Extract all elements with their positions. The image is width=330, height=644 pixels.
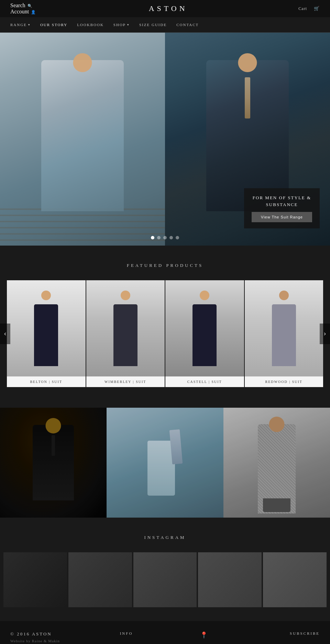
carousel-next-button[interactable]: › — [320, 324, 330, 344]
footer-location-col: 📍 — [165, 631, 242, 642]
nav-item-our-story[interactable]: OUR STORY — [40, 23, 67, 27]
cart-link[interactable]: Cart — [298, 6, 307, 11]
suit-body — [272, 304, 296, 366]
hero-cta-button[interactable]: View The Suit Range — [252, 212, 312, 222]
footer: © 2016 ASTON Website by Raine & Makin IN… — [0, 621, 330, 644]
suit-head — [41, 291, 51, 300]
lifestyle-image-3[interactable] — [223, 408, 330, 518]
search-icon: 🔍 — [28, 4, 32, 8]
featured-title: FEATURED PRODUCTS — [0, 263, 330, 268]
hero-suit-left — [0, 33, 165, 246]
nav-item-range[interactable]: RANGE ▾ — [10, 23, 31, 27]
hero-dot-4[interactable] — [169, 236, 173, 239]
instagram-title: INSTAGRAM — [0, 535, 330, 540]
product-image-belton — [7, 280, 86, 376]
hero-dot-5[interactable] — [176, 236, 179, 239]
lifestyle-grid — [0, 408, 330, 518]
hero-section: FOR MEN OF STYLE & SUBSTANCE View The Su… — [0, 33, 330, 246]
suit-silhouette — [191, 291, 218, 366]
suit-silhouette — [270, 291, 298, 366]
instagram-grid — [0, 552, 330, 607]
products-grid: BELTON | SUIT WIMBERLEY | — [7, 280, 323, 387]
cart-icon: 🛒 — [314, 6, 320, 11]
nav-item-lookbook[interactable]: LOOKBOOK — [77, 23, 104, 27]
nav-item-contact[interactable]: CONTACT — [176, 23, 199, 27]
instagram-post-3[interactable] — [133, 552, 197, 607]
product-image-wimberley — [86, 280, 165, 376]
suit-silhouette — [32, 291, 60, 366]
suit-figure — [7, 280, 86, 376]
featured-section: FEATURED PRODUCTS ‹ BELTON | SUIT — [0, 246, 330, 408]
instagram-section: INSTAGRAM — [0, 518, 330, 621]
nav-item-size-guide[interactable]: SIZE GUIDE — [139, 23, 167, 27]
main-nav: RANGE ▾ OUR STORY LOOKBOOK SHOP ▾ SIZE G… — [0, 17, 330, 33]
product-image-redwood — [245, 280, 323, 376]
footer-info-col: INFO — [88, 631, 165, 639]
footer-info-title: INFO — [88, 631, 165, 635]
footer-subscribe-title: SUBSCRIBE — [242, 631, 320, 635]
chevron-down-icon: ▾ — [28, 23, 31, 26]
lifestyle-image-1[interactable] — [0, 408, 107, 518]
nav-items: RANGE ▾ OUR STORY LOOKBOOK SHOP ▾ SIZE G… — [10, 23, 320, 27]
product-card-castell[interactable]: CASTELL | SUIT — [165, 280, 244, 387]
footer-sub: Website by Raine & Makin — [10, 639, 88, 643]
footer-brand: © 2016 ASTON — [10, 631, 88, 637]
suit-figure — [86, 280, 165, 376]
brand-logo[interactable]: ASTON — [38, 4, 298, 13]
hero-dot-1[interactable] — [151, 236, 154, 239]
instagram-post-2[interactable] — [68, 552, 132, 607]
products-carousel: ‹ BELTON | SUIT — [0, 280, 330, 387]
product-label-belton: BELTON | SUIT — [7, 376, 86, 387]
product-label-redwood: REDWOOD | SUIT — [245, 376, 323, 387]
carousel-prev-button[interactable]: ‹ — [0, 324, 10, 344]
search-link[interactable]: Search — [10, 2, 25, 8]
top-bar-left: Search 🔍 Account 👤 — [10, 2, 38, 15]
account-link[interactable]: Account — [10, 9, 29, 14]
suit-head — [200, 291, 209, 300]
chevron-down-icon: ▾ — [127, 23, 130, 26]
footer-subscribe-col: SUBSCRIBE — [242, 631, 320, 639]
account-icon: 👤 — [31, 10, 36, 14]
suit-head — [279, 291, 289, 300]
suit-silhouette — [112, 291, 139, 366]
footer-left: © 2016 ASTON Website by Raine & Makin — [10, 631, 88, 643]
instagram-post-1[interactable] — [3, 552, 67, 607]
nav-item-shop[interactable]: SHOP ▾ — [113, 23, 130, 27]
hero-overlay: FOR MEN OF STYLE & SUBSTANCE View The Su… — [244, 188, 320, 228]
suit-body — [113, 304, 138, 366]
hero-pagination — [151, 236, 179, 239]
product-label-castell: CASTELL | SUIT — [165, 376, 244, 387]
product-image-castell — [165, 280, 244, 376]
suit-body — [192, 304, 217, 366]
hero-dot-2[interactable] — [157, 236, 161, 239]
product-card-redwood[interactable]: REDWOOD | SUIT — [245, 280, 323, 387]
suit-figure — [245, 280, 323, 376]
instagram-post-4[interactable] — [198, 552, 262, 607]
cart-area: Cart 🛒 — [298, 6, 320, 11]
product-card-wimberley[interactable]: WIMBERLEY | SUIT — [86, 280, 165, 387]
product-card-belton[interactable]: BELTON | SUIT — [7, 280, 86, 387]
suit-head — [121, 291, 130, 300]
lifestyle-image-2[interactable] — [107, 408, 224, 518]
location-icon: 📍 — [165, 631, 242, 639]
top-bar: Search 🔍 Account 👤 ASTON Cart 🛒 — [0, 0, 330, 17]
hero-tagline: FOR MEN OF STYLE & SUBSTANCE — [252, 194, 312, 208]
suit-figure — [165, 280, 244, 376]
instagram-post-5[interactable] — [263, 552, 327, 607]
hero-dot-3[interactable] — [163, 236, 167, 239]
product-label-wimberley: WIMBERLEY | SUIT — [86, 376, 165, 387]
suit-body — [34, 304, 58, 366]
footer-top: © 2016 ASTON Website by Raine & Makin IN… — [10, 631, 320, 644]
